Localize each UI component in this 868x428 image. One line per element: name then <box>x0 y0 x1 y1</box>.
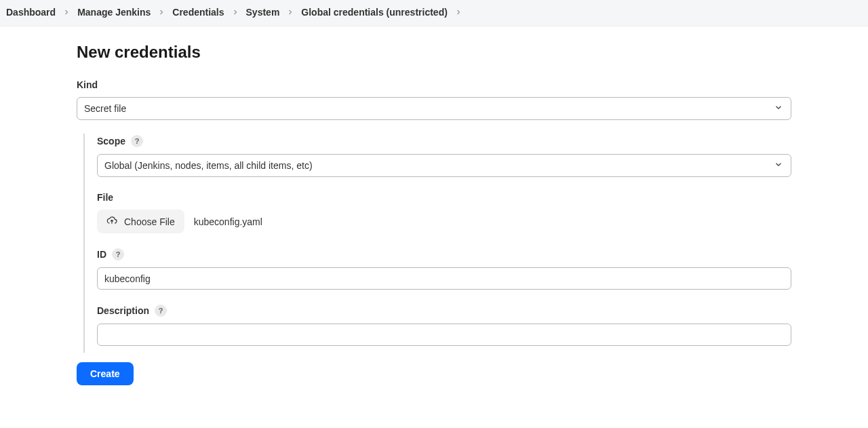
scope-select[interactable]: Global (Jenkins, nodes, items, all child… <box>97 154 791 177</box>
description-input[interactable] <box>97 324 791 346</box>
field-scope: Scope ? Global (Jenkins, nodes, items, a… <box>97 135 791 177</box>
choose-file-button[interactable]: Choose File <box>97 210 184 233</box>
kind-select[interactable]: Secret file <box>77 97 791 120</box>
kind-label: Kind <box>77 79 791 90</box>
description-label: Description <box>97 305 149 316</box>
field-description: Description ? <box>97 305 791 346</box>
page-title: New credentials <box>77 43 791 62</box>
id-help-icon[interactable]: ? <box>112 248 124 260</box>
chevron-right-icon <box>60 8 73 16</box>
chevron-right-icon <box>283 8 297 16</box>
scope-help-icon[interactable]: ? <box>131 135 143 147</box>
breadcrumb-dashboard[interactable]: Dashboard <box>6 7 56 18</box>
selected-file-name: kubeconfig.yaml <box>194 216 262 227</box>
breadcrumb-system[interactable]: System <box>246 7 280 18</box>
breadcrumb-manage-jenkins[interactable]: Manage Jenkins <box>77 7 151 18</box>
breadcrumb-credentials[interactable]: Credentials <box>172 7 224 18</box>
breadcrumb-global-credentials[interactable]: Global credentials (unrestricted) <box>301 7 448 18</box>
choose-file-label: Choose File <box>124 216 175 227</box>
id-input[interactable] <box>97 267 791 290</box>
file-label: File <box>97 192 791 203</box>
create-button[interactable]: Create <box>77 362 134 385</box>
cloud-upload-icon <box>106 215 117 228</box>
field-id: ID ? <box>97 248 791 290</box>
field-kind: Kind Secret file <box>77 79 791 120</box>
chevron-right-icon <box>229 8 242 16</box>
kind-details: Scope ? Global (Jenkins, nodes, items, a… <box>83 134 791 353</box>
main-content: New credentials Kind Secret file Scope ?… <box>0 26 868 385</box>
field-file: File Choose File kubeconfig.yaml <box>97 192 791 233</box>
description-help-icon[interactable]: ? <box>155 305 167 317</box>
id-label: ID <box>97 249 106 260</box>
breadcrumb: Dashboard Manage Jenkins Credentials Sys… <box>0 0 868 26</box>
chevron-right-icon <box>452 8 465 16</box>
scope-label: Scope <box>97 136 125 147</box>
chevron-right-icon <box>155 8 168 16</box>
